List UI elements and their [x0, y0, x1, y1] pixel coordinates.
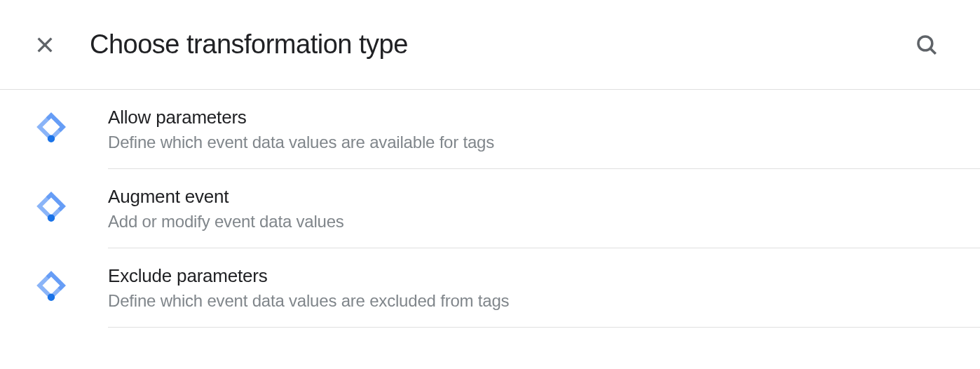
item-content: Augment event Add or modify event data v…	[108, 186, 980, 232]
item-content: Allow parameters Define which event data…	[108, 107, 980, 152]
close-icon	[34, 34, 56, 56]
transformation-list: Allow parameters Define which event data…	[0, 90, 980, 328]
page-title: Choose transformation type	[90, 29, 910, 60]
list-item-allow-parameters[interactable]: Allow parameters Define which event data…	[0, 90, 980, 169]
svg-point-5	[48, 214, 55, 221]
search-icon	[915, 33, 939, 57]
svg-point-2	[918, 36, 932, 50]
tag-manager-icon	[34, 189, 69, 224]
divider	[108, 327, 980, 328]
item-content: Exclude parameters Define which event da…	[108, 265, 980, 311]
item-title: Allow parameters	[108, 107, 980, 128]
list-item-augment-event[interactable]: Augment event Add or modify event data v…	[0, 169, 980, 248]
list-item-exclude-parameters[interactable]: Exclude parameters Define which event da…	[0, 248, 980, 328]
item-description: Add or modify event data values	[108, 212, 980, 232]
item-description: Define which event data values are avail…	[108, 133, 980, 152]
tag-manager-icon	[34, 268, 69, 303]
item-title: Augment event	[108, 186, 980, 208]
tag-manager-icon	[34, 109, 69, 145]
search-button[interactable]	[910, 28, 944, 62]
item-title: Exclude parameters	[108, 265, 980, 287]
svg-point-6	[48, 293, 55, 300]
item-description: Define which event data values are exclu…	[108, 291, 980, 311]
close-button[interactable]	[28, 28, 62, 62]
svg-point-4	[48, 135, 55, 142]
svg-line-3	[931, 48, 936, 53]
dialog-header: Choose transformation type	[0, 0, 980, 90]
